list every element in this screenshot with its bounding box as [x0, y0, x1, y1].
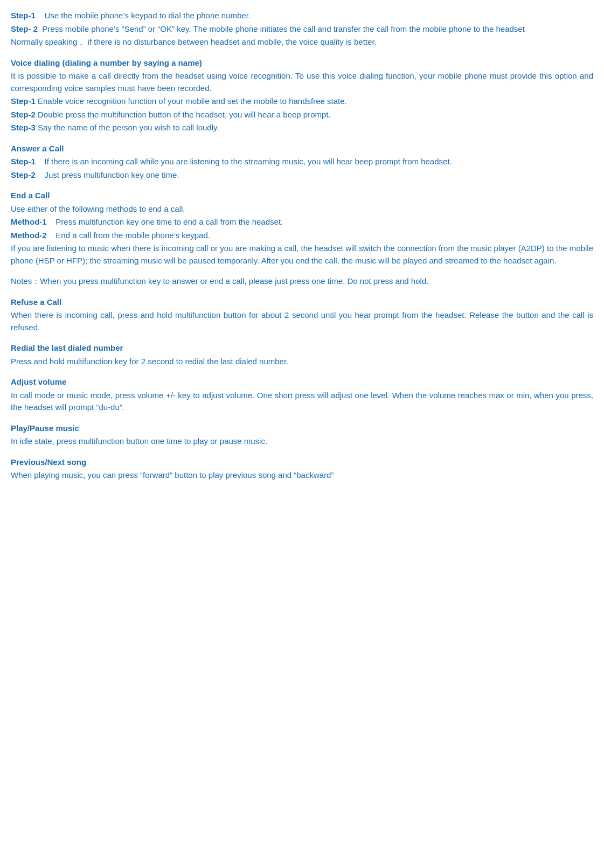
- answer-step1-text: If there is an incoming call while you a…: [45, 157, 452, 166]
- adjust-volume-text: In call mode or music mode, press volume…: [11, 390, 593, 414]
- prev-next-text: When playing music, you can press “forwa…: [11, 469, 593, 482]
- end-call-intro: Use either of the following methods to e…: [11, 203, 593, 216]
- end-method1-text: Press multifunction key one time to end …: [55, 217, 283, 226]
- end-call-heading-line: End a Call: [11, 190, 593, 202]
- end-method2-label: Method-2: [11, 231, 47, 240]
- refuse-call-heading-line: Refuse a Call: [11, 296, 593, 309]
- notes-text: Notes：When you press multifunction key t…: [11, 275, 593, 288]
- redial-section: Redial the last dialed number Press and …: [11, 342, 593, 367]
- answer-step1-label: Step-1: [11, 157, 36, 166]
- answer-step2: Step-2 Just press multifunction key one …: [11, 169, 593, 182]
- intro-normal-text: Normally speaking， if there is no distur…: [11, 36, 593, 48]
- prev-next-heading: Previous/Next song: [11, 457, 86, 467]
- redial-heading-line: Redial the last dialed number: [11, 342, 593, 355]
- voice-dialing-heading: Voice dialing (dialing a number by sayin…: [11, 58, 202, 67]
- vd-step3-label: Step-3: [11, 123, 36, 132]
- prev-next-heading-line: Previous/Next song: [11, 456, 593, 469]
- refuse-call-text: When there is incoming call, press and h…: [11, 309, 593, 334]
- end-call-detail: If you are listening to music when there…: [11, 242, 593, 267]
- answer-call-heading: Answer a Call: [11, 144, 64, 153]
- play-pause-heading: Play/Pause music: [11, 423, 79, 433]
- voice-dialing-heading-line: Voice dialing (dialing a number by sayin…: [11, 57, 593, 70]
- vd-step3-text2: Say the name of the person you wish to c…: [38, 123, 219, 132]
- play-pause-heading-line: Play/Pause music: [11, 422, 593, 435]
- play-pause-text: In idle state, press multifunction butto…: [11, 435, 593, 448]
- vd-step1-text2: Enable voice recognition function of you…: [38, 96, 347, 106]
- end-method1-label: Method-1: [11, 217, 47, 226]
- adjust-volume-section: Adjust volume In call mode or music mode…: [11, 376, 593, 414]
- answer-step2-text: Just press multifunction key one time.: [45, 170, 179, 179]
- refuse-call-section: Refuse a Call When there is incoming cal…: [11, 296, 593, 334]
- end-method2-text: End a call from the mobile phone’s keypa…: [55, 231, 210, 240]
- intro-step1: Step-1 Use the mobile phone’s keypad to …: [11, 10, 593, 22]
- voice-dialing-step2: Step-2 Double press the multifunction bu…: [11, 109, 593, 121]
- refuse-call-heading: Refuse a Call: [11, 297, 61, 307]
- end-method2: Method-2 End a call from the mobile phon…: [11, 230, 593, 242]
- intro-step1-text: Use the mobile phone’s keypad to dial th…: [45, 11, 251, 20]
- voice-dialing-step1: Step-1 Enable voice recognition function…: [11, 95, 593, 108]
- end-call-heading: End a Call: [11, 191, 50, 200]
- vd-step2-label: Step-2: [11, 110, 36, 119]
- play-pause-section: Play/Pause music In idle state, press mu…: [11, 422, 593, 448]
- adjust-volume-heading: Adjust volume: [11, 377, 66, 386]
- intro-step2-label: Step- 2: [11, 24, 38, 33]
- adjust-volume-heading-line: Adjust volume: [11, 376, 593, 388]
- answer-step1: Step-1 If there is an incoming call whil…: [11, 156, 593, 168]
- voice-dialing-section: Voice dialing (dialing a number by sayin…: [11, 57, 593, 134]
- vd-step2-text2: Double press the multifunction button of…: [38, 110, 331, 119]
- answer-call-heading-line: Answer a Call: [11, 143, 593, 155]
- end-call-section: End a Call Use either of the following m…: [11, 190, 593, 267]
- redial-heading: Redial the last dialed number: [11, 343, 123, 352]
- intro-section: Step-1 Use the mobile phone’s keypad to …: [11, 10, 593, 48]
- notes-section: Notes：When you press multifunction key t…: [11, 275, 593, 288]
- voice-dialing-step3: Step-3 Say the name of the person you wi…: [11, 122, 593, 134]
- intro-step2: Step- 2 Press mobile phone’s “Send” or “…: [11, 23, 593, 36]
- intro-step2-text: Press mobile phone’s “Send” or “OK” key.…: [42, 24, 525, 33]
- prev-next-section: Previous/Next song When playing music, y…: [11, 456, 593, 482]
- end-method1: Method-1 Press multifunction key one tim…: [11, 216, 593, 228]
- intro-step1-label: Step-1: [11, 11, 36, 20]
- answer-call-section: Answer a Call Step-1 If there is an inco…: [11, 143, 593, 182]
- voice-dialing-intro: It is possible to make a call directly f…: [11, 70, 593, 94]
- vd-step1-label: Step-1: [11, 96, 36, 106]
- redial-text: Press and hold multifunction key for 2 s…: [11, 356, 593, 368]
- answer-step2-label: Step-2: [11, 170, 36, 179]
